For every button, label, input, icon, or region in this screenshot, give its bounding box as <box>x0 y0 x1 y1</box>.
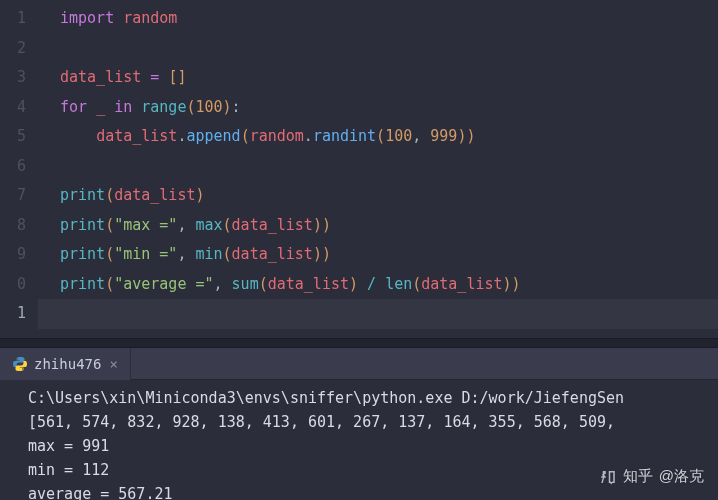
line-number: 3 <box>0 63 26 93</box>
code-line[interactable]: print("min =", min(data_list)) <box>60 240 718 270</box>
editor-pane: 12345678901 import random data_list = []… <box>0 0 718 338</box>
watermark-site: 知乎 <box>623 467 653 486</box>
code-token <box>376 275 385 293</box>
code-token: data_list <box>232 216 313 234</box>
code-token: ( <box>105 245 114 263</box>
line-number: 1 <box>0 299 26 329</box>
terminal-line: C:\Users\xin\Miniconda3\envs\sniffer\pyt… <box>28 386 702 410</box>
pane-splitter[interactable] <box>0 338 718 348</box>
code-token: print <box>60 216 105 234</box>
line-number: 2 <box>0 34 26 64</box>
code-token: "min =" <box>114 245 177 263</box>
code-token: data_list <box>268 275 349 293</box>
code-token: randint <box>313 127 376 145</box>
code-token: . <box>304 127 313 145</box>
code-token: ] <box>177 68 186 86</box>
terminal-tab-label: zhihu476 <box>34 356 101 372</box>
line-number: 5 <box>0 122 26 152</box>
code-token: print <box>60 245 105 263</box>
code-token: _ <box>96 98 105 116</box>
code-token: ( <box>223 245 232 263</box>
code-line[interactable]: print(data_list) <box>60 181 718 211</box>
code-token: = <box>150 68 159 86</box>
code-token: , <box>412 127 430 145</box>
code-token <box>105 98 114 116</box>
code-token: ( <box>223 216 232 234</box>
line-number: 4 <box>0 93 26 123</box>
code-token: "average =" <box>114 275 213 293</box>
code-line[interactable] <box>60 34 718 64</box>
code-token: , <box>177 245 195 263</box>
code-token: ) <box>313 245 322 263</box>
code-token: ) <box>322 216 331 234</box>
code-token: print <box>60 275 105 293</box>
code-token: len <box>385 275 412 293</box>
code-token: ) <box>223 98 232 116</box>
code-token: max <box>195 216 222 234</box>
code-token: ) <box>512 275 521 293</box>
line-number: 7 <box>0 181 26 211</box>
code-token: ) <box>313 216 322 234</box>
code-token: ) <box>349 275 358 293</box>
code-token: "max =" <box>114 216 177 234</box>
code-token: random <box>123 9 177 27</box>
code-token: random <box>250 127 304 145</box>
code-token: , <box>214 275 232 293</box>
code-token: ( <box>105 216 114 234</box>
code-line[interactable] <box>38 299 718 329</box>
code-token: / <box>367 275 376 293</box>
code-area[interactable]: import random data_list = []for _ in ran… <box>38 0 718 338</box>
code-token: print <box>60 186 105 204</box>
terminal-line: [561, 574, 832, 928, 138, 413, 601, 267,… <box>28 410 702 434</box>
code-line[interactable]: data_list.append(random.randint(100, 999… <box>60 122 718 152</box>
code-token: ( <box>376 127 385 145</box>
code-token: for <box>60 98 96 116</box>
line-number-gutter: 12345678901 <box>0 0 38 338</box>
code-line[interactable]: for _ in range(100): <box>60 93 718 123</box>
code-token: data_list <box>96 127 177 145</box>
code-token: 999 <box>430 127 457 145</box>
code-token <box>358 275 367 293</box>
line-number: 9 <box>0 240 26 270</box>
code-token: 100 <box>195 98 222 116</box>
python-icon <box>12 356 28 372</box>
terminal-tabbar: zhihu476 × <box>0 348 718 380</box>
code-token: 100 <box>385 127 412 145</box>
line-number: 8 <box>0 211 26 241</box>
code-token <box>60 127 96 145</box>
code-token: : <box>232 98 241 116</box>
code-line[interactable] <box>60 152 718 182</box>
code-token: ) <box>466 127 475 145</box>
line-number: 6 <box>0 152 26 182</box>
line-number: 1 <box>0 4 26 34</box>
code-token: in <box>114 98 141 116</box>
watermark: 知乎 @洛克 <box>599 467 704 486</box>
code-line[interactable]: print("max =", max(data_list)) <box>60 211 718 241</box>
code-token: data_list <box>421 275 502 293</box>
code-token: import <box>60 9 123 27</box>
zhihu-icon <box>599 468 617 486</box>
watermark-author: @洛克 <box>659 467 704 486</box>
code-token: data_list <box>114 186 195 204</box>
terminal-line: max = 991 <box>28 434 702 458</box>
code-token: ( <box>105 186 114 204</box>
code-line[interactable]: print("average =", sum(data_list) / len(… <box>60 270 718 300</box>
code-line[interactable]: import random <box>60 4 718 34</box>
code-token: ( <box>105 275 114 293</box>
code-token: ( <box>412 275 421 293</box>
code-token: append <box>186 127 240 145</box>
code-token: ) <box>322 245 331 263</box>
terminal-tab[interactable]: zhihu476 × <box>0 348 131 380</box>
close-icon[interactable]: × <box>109 356 117 372</box>
code-token: ) <box>503 275 512 293</box>
code-token: ) <box>195 186 204 204</box>
code-token: range <box>141 98 186 116</box>
code-token <box>141 68 150 86</box>
code-token: min <box>195 245 222 263</box>
code-line[interactable]: data_list = [] <box>60 63 718 93</box>
code-token: data_list <box>232 245 313 263</box>
code-token: , <box>177 216 195 234</box>
line-number: 0 <box>0 270 26 300</box>
code-token: sum <box>232 275 259 293</box>
code-token: ( <box>241 127 250 145</box>
